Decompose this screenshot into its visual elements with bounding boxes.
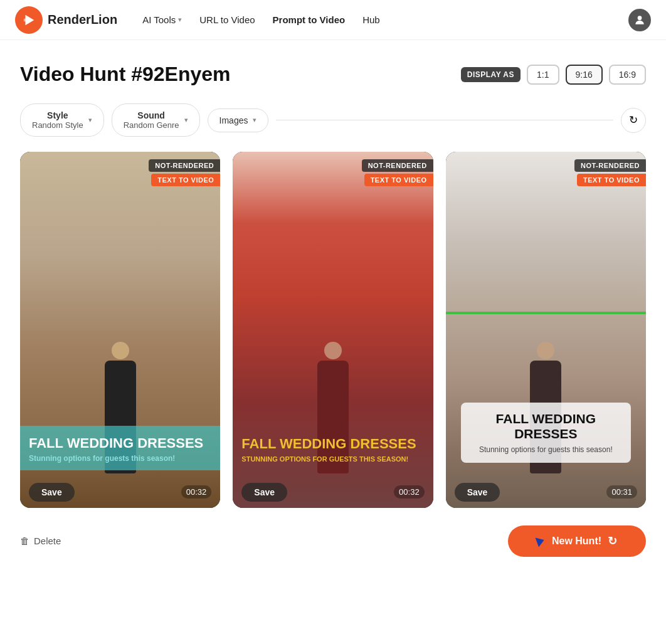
card-3-subtitle: Stunning options for guests this season! <box>468 445 623 454</box>
card-3-footer: Save 00:31 <box>446 477 646 508</box>
text-to-video-badge: TEXT TO VIDEO <box>151 174 220 186</box>
bottom-row: 🗑 Delete New Hunt! ↻ <box>20 525 646 557</box>
card-3-title: FALL WEDDING DRESSES <box>468 411 623 441</box>
nav-links: AI Tools ▾ URL to Video Prompt to Video … <box>142 14 628 25</box>
card-3-badges: NOT-RENDERED TEXT TO VIDEO <box>574 159 646 186</box>
refresh-icon: ↻ <box>608 534 617 548</box>
duration-label-3: 00:31 <box>606 485 637 499</box>
card-3-title-area: FALL WEDDING DRESSES Stunning options fo… <box>446 393 646 470</box>
user-icon <box>633 14 646 26</box>
page-title: Video Hunt #92Enyem <box>20 63 231 86</box>
play-icon <box>22 13 36 27</box>
card-2-title: FALL WEDDING DRESSES <box>241 436 424 452</box>
video-card-1: NOT-RENDERED TEXT TO VIDEO FALL WEDDING … <box>20 152 220 508</box>
card-2-footer: Save 00:32 <box>233 477 433 508</box>
nav-prompt-to-video[interactable]: Prompt to Video <box>273 14 346 25</box>
duration-label-1: 00:32 <box>181 485 212 499</box>
save-button-2[interactable]: Save <box>241 483 287 502</box>
card-1-overlay: NOT-RENDERED TEXT TO VIDEO FALL WEDDING … <box>20 152 220 508</box>
navbar: RenderLion AI Tools ▾ URL to Video Promp… <box>0 0 666 40</box>
nav-url-to-video[interactable]: URL to Video <box>199 14 255 25</box>
aspect-9-16-button[interactable]: 9:16 <box>566 65 603 85</box>
card-1-title-area: FALL WEDDING DRESSES Stunning options fo… <box>20 426 220 470</box>
account-button[interactable] <box>628 9 651 31</box>
display-as-row: DISPLAY AS 1:1 9:16 16:9 <box>461 65 646 85</box>
chevron-down-icon: ▾ <box>178 16 182 24</box>
card-2-subtitle: STUNNING OPTIONS FOR GUESTS THIS SEASON! <box>241 455 424 463</box>
card-1-title: FALL WEDDING DRESSES <box>29 436 211 451</box>
card-1-footer: Save 00:32 <box>20 477 220 508</box>
text-to-video-badge: TEXT TO VIDEO <box>577 174 646 186</box>
text-to-video-badge: TEXT TO VIDEO <box>364 174 433 186</box>
sound-button[interactable]: Sound Random Genre ▾ <box>112 103 200 137</box>
nav-ai-tools[interactable]: AI Tools ▾ <box>142 14 182 25</box>
save-button-1[interactable]: Save <box>29 483 75 502</box>
main-content: Video Hunt #92Enyem DISPLAY AS 1:1 9:16 … <box>0 40 666 582</box>
nav-hub[interactable]: Hub <box>362 14 380 25</box>
card-1-badges: NOT-RENDERED TEXT TO VIDEO <box>149 159 220 186</box>
style-button[interactable]: Style Random Style ▾ <box>20 103 104 137</box>
chevron-down-icon: ▾ <box>253 116 256 124</box>
logo-text: RenderLion <box>48 13 117 27</box>
chevron-down-icon: ▾ <box>88 116 92 124</box>
cards-grid: NOT-RENDERED TEXT TO VIDEO FALL WEDDING … <box>20 152 646 508</box>
card-1-subtitle: Stunning options for guests this season! <box>29 454 211 463</box>
not-rendered-badge: NOT-RENDERED <box>149 159 220 172</box>
new-hunt-button[interactable]: New Hunt! ↻ <box>508 525 646 557</box>
logo-icon <box>15 6 43 34</box>
card-2-overlay: NOT-RENDERED TEXT TO VIDEO FALL WEDDING … <box>233 152 433 508</box>
video-card-3: NOT-RENDERED TEXT TO VIDEO FALL WEDDING … <box>446 152 646 508</box>
cursor-icon <box>536 535 546 547</box>
aspect-16-9-button[interactable]: 16:9 <box>609 65 646 85</box>
toolbar-divider <box>276 120 613 121</box>
card-3-overlay: NOT-RENDERED TEXT TO VIDEO FALL WEDDING … <box>446 152 646 508</box>
trash-icon: 🗑 <box>20 536 29 546</box>
refresh-button[interactable]: ↻ <box>621 108 646 133</box>
card-2-title-area: FALL WEDDING DRESSES STUNNING OPTIONS FO… <box>233 426 433 470</box>
chevron-down-icon: ▾ <box>184 116 188 124</box>
aspect-1-1-button[interactable]: 1:1 <box>527 65 559 85</box>
logo[interactable]: RenderLion <box>15 6 117 34</box>
not-rendered-badge: NOT-RENDERED <box>362 159 433 172</box>
toolbar-row: Style Random Style ▾ Sound Random Genre … <box>20 103 646 137</box>
svg-point-1 <box>24 18 28 22</box>
svg-point-2 <box>638 16 642 20</box>
save-button-3[interactable]: Save <box>455 483 500 502</box>
card-2-badges: NOT-RENDERED TEXT TO VIDEO <box>362 159 433 186</box>
video-card-2: NOT-RENDERED TEXT TO VIDEO FALL WEDDING … <box>233 152 433 508</box>
delete-button[interactable]: 🗑 Delete <box>20 536 61 546</box>
images-button[interactable]: Images ▾ <box>208 108 269 132</box>
refresh-icon: ↻ <box>629 113 638 127</box>
header-row: Video Hunt #92Enyem DISPLAY AS 1:1 9:16 … <box>20 63 646 86</box>
account-area <box>628 9 651 31</box>
display-as-label: DISPLAY AS <box>461 67 521 82</box>
duration-label-2: 00:32 <box>394 485 425 499</box>
not-rendered-badge: NOT-RENDERED <box>574 159 646 172</box>
